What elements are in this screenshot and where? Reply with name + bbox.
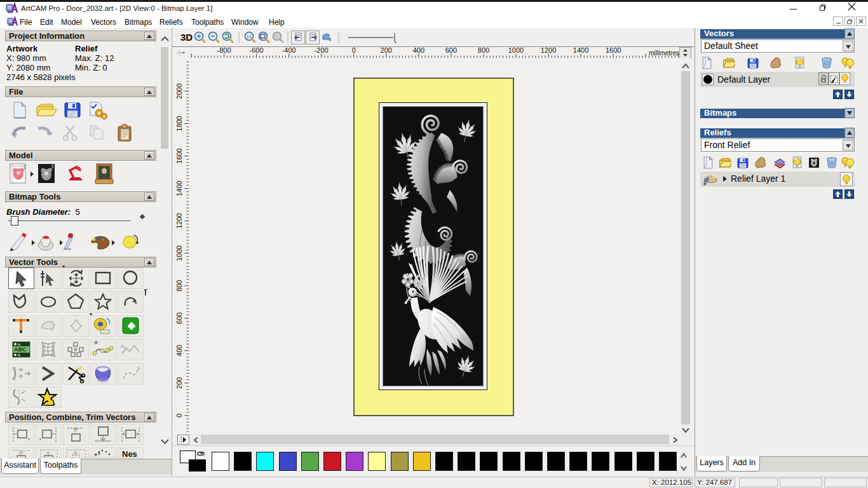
svg-text:1200: 1200	[176, 213, 183, 228]
svg-text:800: 800	[176, 280, 183, 292]
svg-text:1600: 1600	[176, 148, 183, 163]
svg-text:1200: 1200	[541, 47, 556, 54]
svg-text:-800: -800	[217, 47, 231, 54]
svg-text:1:1: 1:1	[247, 35, 252, 39]
svg-text:0: 0	[352, 47, 356, 54]
svg-text:200: 200	[176, 377, 183, 389]
svg-text:1000: 1000	[508, 47, 524, 54]
svg-text:-600: -600	[250, 47, 264, 54]
svg-text:1600: 1600	[606, 47, 621, 54]
svg-text:1400: 1400	[176, 180, 183, 196]
svg-text:1400: 1400	[573, 47, 588, 54]
svg-text:600: 600	[176, 313, 183, 324]
svg-text:+: +	[703, 180, 707, 187]
svg-text:800: 800	[478, 47, 489, 54]
svg-text:1800: 1800	[176, 116, 183, 131]
svg-text:600: 600	[445, 47, 457, 54]
svg-text:-400: -400	[282, 47, 296, 54]
svg-text:400: 400	[413, 47, 424, 54]
svg-text:200: 200	[381, 47, 392, 54]
svg-text:400: 400	[176, 345, 183, 356]
svg-text:millimetres: millimetres	[649, 50, 679, 57]
svg-text:Nes: Nes	[122, 449, 137, 458]
svg-text:-200: -200	[315, 47, 329, 54]
svg-text:0: 0	[176, 414, 183, 417]
svg-text:ABC: ABC	[14, 346, 27, 353]
svg-text:2000: 2000	[176, 83, 183, 98]
svg-text:1000: 1000	[176, 245, 183, 261]
